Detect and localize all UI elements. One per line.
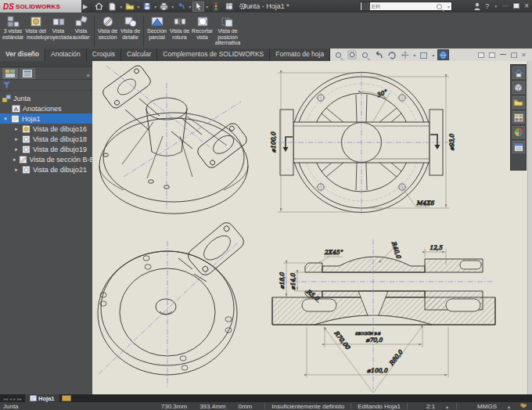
dim-dia14[interactable]: ⌀14,0 [289, 272, 297, 290]
ribbon-button-seccion-parcial[interactable]: Sección parcial [146, 14, 168, 49]
search-caret-icon[interactable]: ▾ [448, 4, 450, 9]
file-properties-icon[interactable] [223, 2, 235, 12]
expand-icon[interactable]: ▸ [13, 126, 20, 132]
dim-chamfer[interactable]: 2X45° [324, 249, 343, 256]
tree-item-vista-dibujo18[interactable]: ▸ Vista de dibujo18 [0, 134, 92, 144]
taskpane-home-icon[interactable] [512, 67, 525, 79]
dim-dia70[interactable]: ⌀70,0 [365, 336, 383, 343]
expand-icon[interactable]: ▸ [13, 156, 16, 163]
doc-restore-icon[interactable] [511, 52, 517, 58]
login-user-icon[interactable] [474, 2, 480, 10]
pan-icon[interactable] [400, 50, 410, 59]
expand-icon[interactable]: ▸ [13, 167, 20, 173]
new-document-caret-icon[interactable]: ▾ [120, 4, 122, 9]
taskpane-custom-properties-icon[interactable] [512, 141, 525, 153]
tree-item-vista-dibujo16[interactable]: ▸ Vista de dibujo16 [0, 124, 92, 134]
zoom-to-area-icon[interactable] [347, 50, 357, 59]
close-icon[interactable]: × [524, 2, 529, 10]
ribbon-button-vista-posicion-alternativa[interactable]: Vista de posición alternativa [214, 14, 242, 49]
last-sheet-icon[interactable]: ▸▸ [17, 396, 22, 401]
save-icon[interactable] [141, 2, 153, 12]
tree-item-vista-dibujo21[interactable]: ▸ Vista de dibujo21 [0, 164, 92, 174]
status-units[interactable]: MMGS [457, 403, 508, 410]
home-icon[interactable] [93, 2, 105, 12]
tree-root-junta[interactable]: Junta [0, 93, 92, 103]
options-caret-icon[interactable]: ▾ [250, 4, 252, 9]
previous-view-icon[interactable] [373, 50, 383, 59]
ribbon-button-vista-de-detalle[interactable]: Vista de detalle [119, 14, 142, 49]
zoom-to-fit-icon[interactable] [333, 50, 343, 59]
save-caret-icon[interactable]: ▾ [154, 4, 156, 9]
add-sheet-icon[interactable] [62, 395, 71, 401]
help-caret-icon[interactable]: ▾ [494, 3, 497, 9]
ribbon-button-recortar-vista[interactable]: Recortar vista [191, 14, 214, 49]
view-settings-globe-icon[interactable] [437, 49, 449, 60]
open-document-icon[interactable] [124, 2, 135, 12]
ribbon-button-3-vistas-estandar[interactable]: 3 vistas estándar [2, 14, 24, 49]
ribbon-button-vista-de-seccion[interactable]: Vista de sección [96, 14, 119, 49]
options-gear-icon[interactable] [236, 2, 248, 12]
tree-item-vista-seccion-bb[interactable]: ▸ Vista de sección B-B [0, 154, 92, 164]
menu-expand-arrow-icon[interactable]: ▶ [83, 3, 88, 10]
ribbon-button-vista-del-modelo[interactable]: Vista del modelo [24, 14, 47, 49]
iso-view[interactable] [99, 63, 249, 214]
front-view[interactable]: ⌀100,0 ⌀93,0 30° M4X6 [270, 71, 455, 214]
propertymanager-tab[interactable] [20, 68, 35, 79]
dim-12-5[interactable]: 12,5 [430, 244, 444, 251]
undo-icon[interactable] [175, 2, 187, 12]
tab-complementos[interactable]: Complementos de SOLIDWORKS [157, 49, 270, 61]
taskpane-appearances-icon[interactable] [512, 126, 525, 138]
rebuild-traffic-light-icon[interactable] [210, 2, 221, 12]
taskpane-resources-icon[interactable] [512, 81, 525, 94]
print-icon[interactable] [158, 2, 170, 12]
dim-r70[interactable]: R70,00 [332, 329, 352, 351]
ribbon-button-vista-auxiliar[interactable]: Vista auxiliar [70, 14, 92, 49]
dim-r40[interactable]: R40,0 [390, 240, 403, 260]
tree-item-anotaciones[interactable]: A Anotaciones [0, 103, 92, 113]
expand-collapse-icon[interactable]: ▾ [2, 116, 9, 122]
tab-formato-de-hoja[interactable]: Formato de hoja [270, 49, 330, 61]
doc-minimize-icon[interactable] [500, 54, 506, 55]
units-caret-icon[interactable]: ▴ [508, 404, 510, 409]
status-sheet-scale[interactable]: 2:1 [408, 403, 446, 410]
new-document-icon[interactable] [106, 2, 118, 12]
taskpane-view-palette-icon[interactable] [512, 111, 525, 124]
dim-dia18[interactable]: ⌀18,0 [279, 272, 286, 289]
panel-grip[interactable] [0, 61, 92, 67]
select-caret-icon[interactable]: ▾ [206, 4, 208, 9]
hide-show-items-caret-icon[interactable]: ▾ [432, 52, 434, 58]
rotate-view-icon[interactable] [386, 50, 397, 59]
tab-croquis[interactable]: Croquis [87, 49, 121, 61]
drawing-canvas[interactable]: ⌀100,0 ⌀93,0 30° M4X6 [92, 61, 527, 394]
search-scope-icon[interactable] [361, 2, 370, 10]
sheet-tab-hoja1[interactable]: Hoja1 [25, 394, 59, 402]
doc-close-icon[interactable]: × [522, 51, 526, 59]
section-view[interactable]: 2X45° R40,0 12,5 ⌀18,0 ⌀14,0 R5,0 R70,00… [272, 239, 495, 393]
ribbon-button-vista-de-rotura[interactable]: Vista de rotura [168, 14, 191, 49]
dim-r60[interactable]: R60,0 [388, 348, 405, 367]
tab-calcular[interactable]: Calcular [121, 49, 157, 61]
taskpane-file-explorer-icon[interactable] [512, 96, 525, 109]
tilted-view[interactable] [98, 220, 246, 388]
search-input[interactable] [372, 3, 426, 10]
dim-dia93[interactable]: ⌀93,0 [448, 133, 455, 150]
minimize-icon[interactable] [502, 5, 509, 6]
doc-window-icon[interactable] [478, 52, 484, 58]
tab-anotacion[interactable]: Anotación [45, 49, 87, 61]
dim-dia100-front[interactable]: ⌀100,0 [270, 131, 277, 153]
expand-icon[interactable]: ▸ [13, 146, 20, 153]
undo-caret-icon[interactable]: ▾ [189, 4, 191, 9]
doc-window-icon-2[interactable] [489, 52, 495, 58]
search-magnifier-icon[interactable] [437, 4, 442, 9]
display-style-icon[interactable] [419, 50, 429, 59]
expand-icon[interactable]: ▸ [13, 136, 20, 142]
open-document-caret-icon[interactable]: ▾ [137, 4, 139, 9]
tab-ver-diseno[interactable]: Ver diseño [0, 49, 45, 61]
restore-icon[interactable] [513, 3, 519, 9]
filter-funnel-icon[interactable] [2, 81, 11, 89]
panel-overflow-chevron-icon[interactable]: » [87, 72, 92, 79]
prev-sheet-icon[interactable]: ◂ [9, 396, 12, 401]
next-sheet-icon[interactable]: ▸ [13, 396, 16, 401]
ribbon-button-vista-proyectada[interactable]: Vista proyectada [47, 14, 70, 49]
first-sheet-icon[interactable]: ◂◂ [3, 396, 8, 401]
